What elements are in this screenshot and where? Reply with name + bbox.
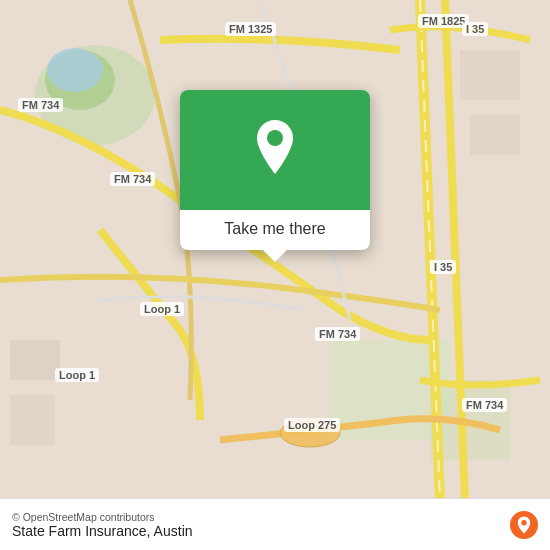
take-me-there-button[interactable]: Take me there (194, 220, 356, 238)
road-label-loop1-mid: Loop 1 (140, 302, 184, 316)
moovit-logo-icon (510, 511, 538, 539)
map-container: FM 1325 FM 1825 FM 734 FM 734 I 35 I 35 … (0, 0, 550, 550)
popup-tail (263, 250, 287, 262)
location-pin-icon (251, 120, 299, 180)
svg-point-13 (521, 519, 526, 524)
map-attribution: © OpenStreetMap contributors (12, 511, 193, 523)
place-name: State Farm Insurance, Austin (12, 523, 193, 539)
road-label-loop1-bot: Loop 1 (55, 368, 99, 382)
bottom-bar: © OpenStreetMap contributors State Farm … (0, 498, 550, 550)
road-label-fm734-bot: FM 734 (315, 327, 360, 341)
road-label-i35-mid: I 35 (430, 260, 456, 274)
svg-point-3 (47, 48, 103, 92)
svg-rect-7 (10, 340, 60, 380)
popup-card: Take me there (180, 90, 370, 250)
svg-point-11 (267, 130, 283, 146)
svg-rect-8 (10, 395, 55, 445)
popup-green-header (180, 90, 370, 210)
bottom-left-info: © OpenStreetMap contributors State Farm … (12, 511, 193, 539)
road-label-fm1325: FM 1325 (225, 22, 276, 36)
popup-bottom: Take me there (180, 210, 370, 250)
road-label-i35-top: I 35 (462, 22, 488, 36)
svg-rect-9 (460, 50, 520, 100)
svg-rect-10 (470, 115, 520, 155)
road-label-loop275: Loop 275 (284, 418, 340, 432)
road-label-fm734-mid: FM 734 (110, 172, 155, 186)
bottom-right-brand (504, 511, 538, 539)
road-label-fm734-br: FM 734 (462, 398, 507, 412)
road-label-fm734-left: FM 734 (18, 98, 63, 112)
